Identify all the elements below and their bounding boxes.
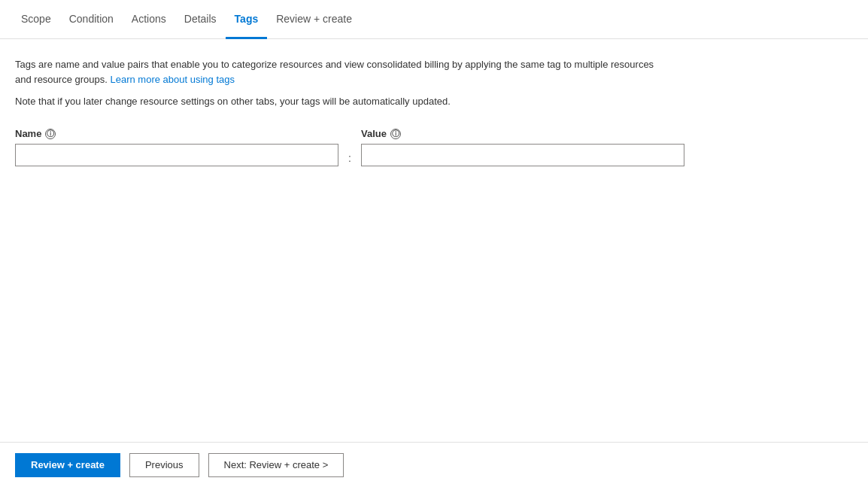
name-label: Name ⓘ (15, 128, 338, 139)
tab-navigation: Scope Condition Actions Details Tags Rev… (0, 0, 868, 39)
tab-actions[interactable]: Actions (123, 1, 175, 39)
description-text: Tags are name and value pairs that enabl… (15, 57, 669, 87)
tags-form-row: Name ⓘ : Value ⓘ (15, 128, 853, 166)
bottom-bar: Review + create Previous Next: Review + … (0, 442, 868, 487)
content-area: Tags are name and value pairs that enabl… (0, 39, 868, 442)
tab-scope[interactable]: Scope (15, 1, 60, 39)
main-content: Scope Condition Actions Details Tags Rev… (0, 0, 868, 487)
value-label: Value ⓘ (361, 128, 684, 139)
value-input[interactable] (361, 144, 684, 166)
note-text: Note that if you later change resource s… (15, 96, 853, 107)
value-info-icon[interactable]: ⓘ (390, 129, 401, 139)
previous-button[interactable]: Previous (129, 453, 199, 477)
learn-more-link[interactable]: Learn more about using tags (110, 74, 235, 85)
separator: : (348, 152, 351, 164)
tab-condition[interactable]: Condition (60, 1, 123, 39)
name-info-icon[interactable]: ⓘ (45, 129, 56, 139)
name-input[interactable] (15, 144, 338, 166)
review-create-button[interactable]: Review + create (15, 453, 120, 477)
tab-details[interactable]: Details (175, 1, 226, 39)
next-button[interactable]: Next: Review + create > (208, 453, 344, 477)
separator-column: : (338, 128, 361, 164)
name-column: Name ⓘ (15, 128, 338, 166)
tab-review-create[interactable]: Review + create (267, 1, 361, 39)
tab-tags[interactable]: Tags (226, 1, 268, 39)
value-column: Value ⓘ (361, 128, 684, 166)
